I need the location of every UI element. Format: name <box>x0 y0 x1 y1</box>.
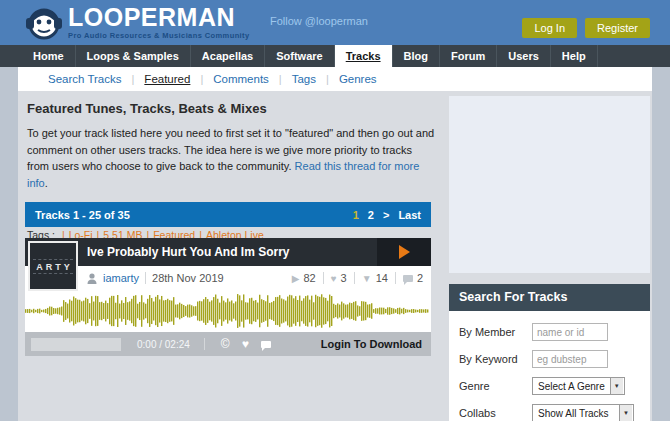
stat-heart: ♥3 <box>331 272 347 284</box>
nav-item-blog[interactable]: Blog <box>393 45 440 67</box>
selected-value: Select A Genre <box>533 381 610 392</box>
tracks-subnav: Search Tracks|Featured|Comments|Tags|Gen… <box>18 67 652 91</box>
form-row-by-member: By Member <box>459 323 640 341</box>
field-label: By Keyword <box>459 353 532 365</box>
play-icon <box>399 245 410 259</box>
form-row-collabs: CollabsShow All Tracks▼ <box>459 404 640 421</box>
stat-value: 14 <box>376 272 388 284</box>
stat-divider <box>395 272 396 284</box>
form-row-genre: GenreSelect A Genre▼ <box>459 377 640 395</box>
page-title: Featured Tunes, Tracks, Beats & Mixes <box>27 101 448 116</box>
nav-item-home[interactable]: Home <box>22 45 76 67</box>
artist-link[interactable]: iamarty <box>103 272 139 284</box>
comment-icon[interactable] <box>261 341 271 348</box>
favourite-icon[interactable]: ♥ <box>242 337 249 351</box>
control-icons: © ♥ <box>221 337 271 351</box>
site-header: LOOPERMAN Pro Audio Resources & Musician… <box>0 0 670 45</box>
tracks-count-bar: Tracks 1 - 25 of 35 12>Last <box>25 202 431 227</box>
nav-item-software[interactable]: Software <box>265 45 334 67</box>
form-row-by-keyword: By Keyword <box>459 350 640 368</box>
ad-placeholder <box>449 96 650 273</box>
follow-link[interactable]: Follow @looperman <box>270 15 368 27</box>
login-to-download-link[interactable]: Login To Download <box>321 338 422 350</box>
field-label: By Member <box>459 326 532 338</box>
waveform[interactable] <box>25 290 431 332</box>
pagination-last[interactable]: Last <box>398 209 421 221</box>
nav-item-loops-samples[interactable]: Loops & Samples <box>76 45 191 67</box>
by-member-input[interactable] <box>532 323 608 341</box>
auth-buttons: Log In Register <box>522 18 650 38</box>
selected-value: Show All Tracks <box>533 408 619 419</box>
pagination-2[interactable]: 2 <box>368 209 374 221</box>
track-stats: ▶82♥3▼142 <box>292 266 423 290</box>
field-label: Collabs <box>459 407 532 419</box>
subnav-item-genres[interactable]: Genres <box>329 73 387 85</box>
stat-divider <box>354 272 355 284</box>
brand-tagline: Pro Audio Resources & Musicians Communit… <box>68 31 250 40</box>
dropdown-arrow-icon: ▼ <box>610 378 623 394</box>
pagination-[interactable]: > <box>383 209 389 221</box>
comment-icon <box>403 275 413 282</box>
content-area: Featured Tunes, Tracks, Beats & Mixes To… <box>18 91 652 421</box>
stat-divider <box>323 272 324 284</box>
progress-bar[interactable] <box>31 338 121 351</box>
register-button[interactable]: Register <box>585 18 650 38</box>
pagination: 12>Last <box>353 209 421 221</box>
track-title[interactable]: Ive Probably Hurt You And Im Sorry <box>87 245 289 259</box>
by-keyword-input[interactable] <box>532 350 608 368</box>
heart-icon: ♥ <box>331 273 337 284</box>
dropdown-arrow-icon: ▼ <box>619 405 632 421</box>
sidebar: Search For Tracks By MemberBy KeywordGen… <box>448 91 652 421</box>
track-date: 28th Nov 2019 <box>152 272 224 284</box>
subnav-item-comments[interactable]: Comments <box>203 73 279 85</box>
copyright-icon[interactable]: © <box>221 337 230 351</box>
field-label: Genre <box>459 380 532 392</box>
brand-name: LOOPERMAN <box>68 5 250 30</box>
album-art[interactable]: ARTY <box>28 241 78 291</box>
track-title-bar: Ive Probably Hurt You And Im Sorry <box>25 238 431 266</box>
login-button[interactable]: Log In <box>522 18 577 38</box>
search-box-title: Search For Tracks <box>449 284 650 311</box>
collabs-select[interactable]: Show All Tracks▼ <box>532 404 634 421</box>
stat-play: ▶82 <box>292 272 316 284</box>
search-form: By MemberBy KeywordGenreSelect A Genre▼C… <box>449 311 650 421</box>
mascot-icon <box>24 3 64 43</box>
nav-item-acapellas[interactable]: Acapellas <box>191 45 265 67</box>
stat-comment: 2 <box>403 272 423 284</box>
track-info-row: iamarty 28th Nov 2019 ▶82♥3▼142 <box>25 266 431 290</box>
subnav-item-tags[interactable]: Tags <box>282 73 326 85</box>
main-column: Featured Tunes, Tracks, Beats & Mixes To… <box>18 91 448 283</box>
search-for-tracks-box: Search For Tracks By MemberBy KeywordGen… <box>449 284 650 421</box>
divider <box>145 272 146 284</box>
play-button[interactable] <box>377 238 431 266</box>
download-icon: ▼ <box>362 273 372 284</box>
looperman-logo[interactable]: LOOPERMAN Pro Audio Resources & Musician… <box>24 3 250 43</box>
nav-item-users[interactable]: Users <box>497 45 551 67</box>
brand-text: LOOPERMAN Pro Audio Resources & Musician… <box>68 5 250 40</box>
stat-value: 2 <box>417 272 423 284</box>
nav-item-forum[interactable]: Forum <box>440 45 497 67</box>
time-display: 0:00 / 02:24 <box>137 339 190 350</box>
album-art-text: ARTY <box>33 259 73 274</box>
intro-period: . <box>45 177 48 189</box>
looperman-page: LOOPERMAN Pro Audio Resources & Musician… <box>0 0 670 421</box>
intro-paragraph: To get your track listed here you need t… <box>27 125 435 191</box>
pagination-1[interactable]: 1 <box>353 209 359 221</box>
user-icon <box>87 273 97 284</box>
main-nav: HomeLoops & SamplesAcapellasSoftwareTrac… <box>0 45 670 67</box>
stat-value: 3 <box>341 272 347 284</box>
tracks-count-label: Tracks 1 - 25 of 35 <box>35 209 130 221</box>
nav-item-help[interactable]: Help <box>551 45 598 67</box>
nav-item-tracks[interactable]: Tracks <box>335 45 393 67</box>
stat-download: ▼14 <box>362 272 388 284</box>
artist-info: iamarty 28th Nov 2019 <box>87 272 224 284</box>
play-icon: ▶ <box>292 273 300 284</box>
subnav-item-featured[interactable]: Featured <box>134 73 200 85</box>
stat-value: 82 <box>303 272 315 284</box>
genre-select[interactable]: Select A Genre▼ <box>532 377 625 395</box>
player-controls: 0:00 / 02:24 © ♥ Login To Download <box>25 332 431 356</box>
subnav-item-search-tracks[interactable]: Search Tracks <box>38 73 132 85</box>
divider <box>204 338 205 350</box>
track-player: ARTY Ive Probably Hurt You And Im Sorry <box>25 238 431 356</box>
